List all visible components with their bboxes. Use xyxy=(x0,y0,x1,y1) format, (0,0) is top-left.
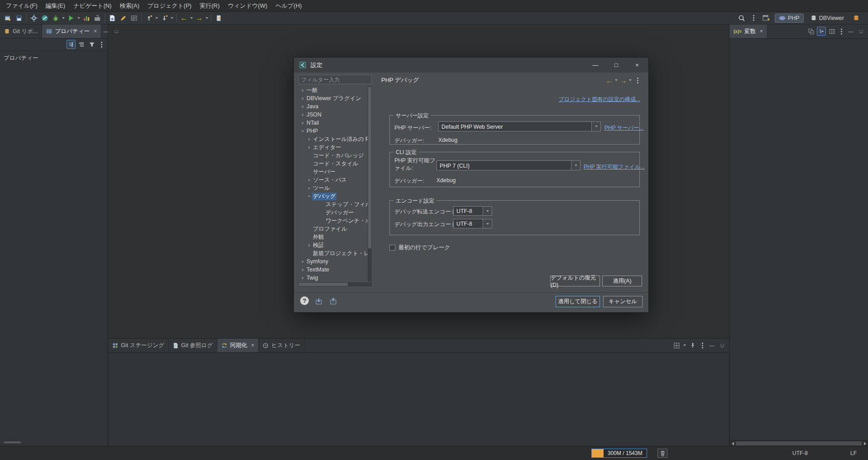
show-tree-icon[interactable] xyxy=(67,40,76,49)
maximize-icon[interactable]: □ xyxy=(718,341,727,350)
apply-button[interactable]: 適用(A) xyxy=(602,276,642,286)
tab-synchronize[interactable]: 同期化 × xyxy=(217,339,259,352)
php-perspective-button[interactable]: PHP xyxy=(775,14,804,23)
tree-expand-icon[interactable] xyxy=(300,87,306,93)
tree-item[interactable]: サーバー xyxy=(298,168,368,176)
tree-item[interactable]: 外観 xyxy=(298,233,368,241)
view-menu-icon[interactable] xyxy=(634,76,641,85)
php-executable-combo[interactable]: PHP 7 (CLI) xyxy=(436,160,580,170)
skip-breakpoints-icon[interactable] xyxy=(39,13,50,23)
previous-annotation-caret[interactable] xyxy=(154,13,159,23)
run-icon[interactable] xyxy=(66,13,77,23)
minimize-icon[interactable]: — xyxy=(707,341,716,350)
tree-item[interactable]: Twig xyxy=(298,274,368,281)
tree-expand-icon[interactable] xyxy=(306,185,312,191)
help-button[interactable]: ? xyxy=(300,296,309,305)
show-logical-structure-icon[interactable] xyxy=(817,27,826,36)
output-encoding-combo[interactable]: UTF-8 xyxy=(453,219,492,228)
maximize-icon[interactable]: □ xyxy=(606,58,627,73)
export-preferences-icon[interactable] xyxy=(314,297,324,306)
menu-item[interactable]: ファイル(F) xyxy=(2,0,42,11)
show-categories-icon[interactable] xyxy=(77,40,86,49)
tree-item[interactable]: 検証 xyxy=(298,241,368,249)
show-columns-icon[interactable] xyxy=(827,27,836,36)
tree-item[interactable]: ステップ・フィルター xyxy=(298,200,368,208)
minimize-icon[interactable]: — xyxy=(846,27,855,36)
profile-icon[interactable] xyxy=(92,13,103,23)
combo-arrow-icon[interactable] xyxy=(591,122,600,131)
tree-item[interactable]: TextMate xyxy=(298,266,368,274)
combo-arrow-icon[interactable] xyxy=(483,219,492,228)
import-preferences-icon[interactable] xyxy=(328,297,338,306)
debug-icon[interactable] xyxy=(50,13,61,23)
scrollbar-thumb[interactable] xyxy=(368,87,371,248)
forward-history-caret[interactable] xyxy=(205,13,209,23)
tree-item[interactable]: デバッグ xyxy=(298,192,368,200)
view-menu-icon[interactable] xyxy=(838,27,845,36)
sync-view-layout-caret[interactable] xyxy=(682,340,687,350)
configure-project-settings-link[interactable]: プロジェクト固有の設定の構成... xyxy=(559,96,640,103)
tree-expand-icon[interactable] xyxy=(306,145,312,150)
tree-item[interactable]: デバッガー xyxy=(298,208,368,217)
preferences-filter-input[interactable] xyxy=(298,75,372,84)
tree-expand-icon[interactable] xyxy=(306,136,312,142)
debug-dropdown-caret[interactable] xyxy=(61,13,66,23)
php-server-combo[interactable]: Default PHP Web Server xyxy=(438,121,601,131)
tree-hscrollbar[interactable] xyxy=(298,282,372,286)
tree-item[interactable]: DBViewer プラグイン xyxy=(298,94,368,102)
scrollbar-thumb[interactable] xyxy=(299,283,348,286)
tree-expand-icon[interactable] xyxy=(300,267,306,272)
tree-item[interactable]: コード・カバレッジ xyxy=(298,151,368,160)
tree-expand-icon[interactable] xyxy=(300,112,306,117)
menu-item[interactable]: ヘルプ(H) xyxy=(271,0,306,11)
tab-variables[interactable]: (x)= 変数 × xyxy=(729,24,767,38)
back-icon[interactable]: ← xyxy=(606,77,613,84)
close-icon[interactable]: × xyxy=(251,342,254,349)
forward-icon[interactable]: → xyxy=(620,77,627,84)
restore-defaults-button[interactable]: デフォルトの復元(D) xyxy=(550,276,600,286)
variables-hscrollbar[interactable] xyxy=(729,440,868,446)
tree-item[interactable]: ワークベンチ・オプショ xyxy=(298,217,368,225)
tree-item[interactable]: 新規プロジェクト・レイア xyxy=(298,249,368,257)
minimize-icon[interactable]: — xyxy=(101,27,110,36)
tree-expand-icon[interactable] xyxy=(306,242,312,248)
tree-expand-icon[interactable] xyxy=(300,128,306,134)
tree-vscrollbar[interactable] xyxy=(368,86,372,281)
run-garbage-collector-button[interactable] xyxy=(657,449,667,458)
minimize-icon[interactable]: — xyxy=(585,58,606,73)
save-icon[interactable] xyxy=(14,13,24,23)
tab-git-repositories[interactable]: Git リポ... xyxy=(0,24,42,38)
tree-expand-icon[interactable] xyxy=(300,120,306,126)
open-perspective-icon[interactable] xyxy=(761,13,772,23)
php-servers-link[interactable]: PHP サーバー... xyxy=(604,124,643,132)
sync-view-layout-icon[interactable] xyxy=(672,341,681,350)
tree-item[interactable]: 一般 xyxy=(298,86,368,94)
tree-item[interactable]: ツール xyxy=(298,184,368,192)
next-annotation-caret[interactable] xyxy=(170,13,174,23)
tree-expand-icon[interactable] xyxy=(300,104,306,109)
maximize-icon[interactable]: □ xyxy=(857,27,866,36)
scrollbar-thumb[interactable] xyxy=(736,441,862,445)
close-icon[interactable]: × xyxy=(760,28,763,34)
run-dropdown-caret[interactable] xyxy=(77,13,81,23)
close-icon[interactable]: × xyxy=(94,28,97,34)
menu-item[interactable]: プロジェクト(P) xyxy=(144,0,196,11)
tree-item[interactable]: NTail xyxy=(298,119,368,127)
tree-item[interactable]: プロファイル xyxy=(298,225,368,233)
back-caret[interactable] xyxy=(614,75,619,85)
maximize-icon[interactable]: □ xyxy=(112,27,121,36)
tab-properties[interactable]: プロパティー × xyxy=(42,24,101,38)
back-history-icon[interactable]: ← xyxy=(178,13,189,23)
cancel-button[interactable]: キャンセル xyxy=(603,296,643,307)
tree-item[interactable]: JSON xyxy=(298,111,368,119)
tree-item[interactable]: ソース・パス xyxy=(298,176,368,184)
forward-history-icon[interactable]: → xyxy=(194,13,205,23)
external-tools-gear-icon[interactable] xyxy=(29,13,39,23)
combo-arrow-icon[interactable] xyxy=(483,207,492,215)
search-icon[interactable] xyxy=(736,13,747,23)
close-icon[interactable]: × xyxy=(627,58,647,73)
view-menu-icon[interactable] xyxy=(98,40,105,49)
encoding-indicator[interactable]: UTF-8 xyxy=(792,450,808,456)
menu-item[interactable]: 編集(E) xyxy=(42,0,69,11)
break-at-first-line-checkbox[interactable] xyxy=(389,245,395,251)
